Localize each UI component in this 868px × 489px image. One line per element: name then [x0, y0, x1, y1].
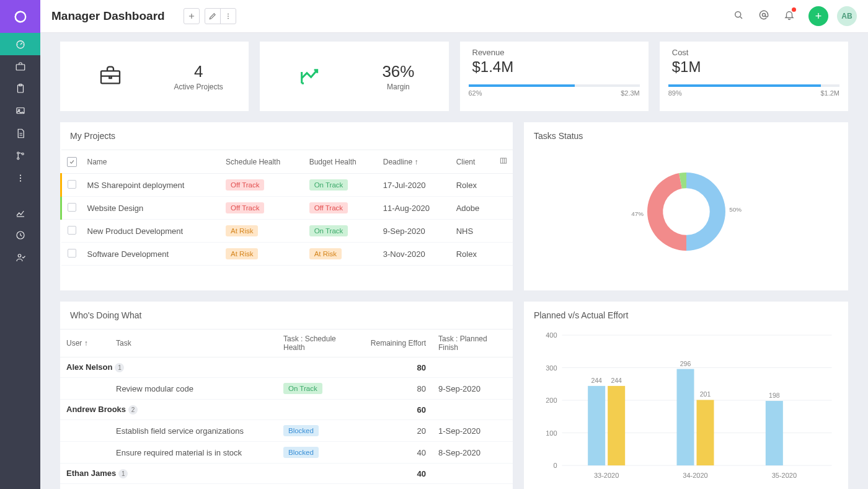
- mention-icon[interactable]: [758, 9, 770, 24]
- sidebar-item-more[interactable]: [0, 167, 40, 189]
- trend-up-icon: [298, 63, 322, 90]
- sidebar: [0, 0, 40, 489]
- wdw-table: User ↑ Task Task : Schedule Health Remai…: [60, 329, 513, 489]
- effort-bar-chart: 010020030040024424433-202029620134-20201…: [533, 329, 839, 484]
- cell-finish: 7-Sep-2020: [432, 484, 513, 490]
- col-client[interactable]: Client: [451, 150, 494, 174]
- check-all[interactable]: [67, 157, 77, 167]
- cell-rem: 80: [364, 378, 432, 400]
- cost-progress: [668, 84, 839, 87]
- app-logo[interactable]: [0, 0, 40, 33]
- cell-name: Website Design: [82, 197, 221, 220]
- columns-icon[interactable]: [499, 158, 508, 167]
- col-sched[interactable]: Task : Schedule Health: [277, 330, 364, 357]
- more-options-button[interactable]: [220, 8, 236, 24]
- svg-rect-39: [677, 369, 694, 465]
- cost-pct: 89%: [668, 89, 682, 97]
- cell-deadline: 3-Nov-2020: [378, 243, 451, 266]
- task-row[interactable]: Review modular code On Track 80 9-Sep-20…: [60, 378, 513, 400]
- row-checkbox[interactable]: [68, 249, 76, 258]
- schedule-pill: Off Track: [226, 179, 264, 191]
- card-title: Tasks Status: [524, 122, 848, 150]
- sidebar-item-dashboard[interactable]: [0, 33, 40, 55]
- row-checkbox[interactable]: [68, 180, 76, 189]
- table-row[interactable]: Website Design Off Track Off Track 11-Au…: [61, 197, 513, 220]
- group-row[interactable]: Alex Nelson180: [60, 357, 513, 378]
- col-schedule[interactable]: Schedule Health: [221, 150, 304, 174]
- svg-rect-36: [608, 386, 625, 465]
- kpi-label: Active Projects: [174, 83, 223, 91]
- sidebar-item-clipboard[interactable]: [0, 78, 40, 100]
- svg-point-14: [18, 254, 21, 258]
- kpi-value: 4: [194, 62, 203, 81]
- cell-name: Software Development: [82, 243, 221, 266]
- svg-rect-41: [697, 400, 714, 465]
- col-task[interactable]: Task: [110, 330, 277, 357]
- health-pill: Blocked: [283, 447, 319, 458]
- kpi-title: Cost: [672, 48, 689, 57]
- svg-text:296: 296: [680, 360, 691, 367]
- topbar: Manager Dashboard: [40, 0, 868, 33]
- add-button[interactable]: [184, 8, 200, 24]
- svg-point-16: [228, 16, 229, 17]
- avatar[interactable]: AB: [837, 6, 857, 26]
- col-user[interactable]: User ↑: [60, 330, 110, 357]
- kpi-margin: 36% Margin: [260, 42, 448, 111]
- svg-rect-20: [101, 71, 120, 83]
- task-row[interactable]: Establish field service organizations Bl…: [60, 420, 513, 442]
- col-rem[interactable]: Remaining Effort: [364, 330, 432, 357]
- row-checkbox[interactable]: [68, 203, 76, 212]
- kpi-value: $1.4M: [472, 58, 514, 76]
- table-row[interactable]: Software Development At Risk At Risk 3-N…: [61, 243, 513, 266]
- search-icon[interactable]: [733, 9, 744, 23]
- task-row[interactable]: Ensure required material is in stock Blo…: [60, 442, 513, 464]
- cell-finish: 1-Sep-2020: [432, 420, 513, 442]
- page-title: Manager Dashboard: [51, 9, 165, 23]
- bell-icon[interactable]: [784, 9, 795, 23]
- create-button[interactable]: +: [808, 6, 828, 26]
- col-deadline[interactable]: Deadline ↑: [378, 150, 451, 174]
- sidebar-item-analytics[interactable]: [0, 202, 40, 224]
- sidebar-item-branch[interactable]: [0, 145, 40, 167]
- sidebar-item-briefcase[interactable]: [0, 55, 40, 78]
- group-row[interactable]: Andrew Brooks260: [60, 400, 513, 420]
- sort-asc-icon: ↑: [414, 158, 418, 166]
- whos-doing-what-card: Who's Doing What User ↑ Task Task : Sche…: [60, 302, 513, 489]
- count-badge: 1: [118, 469, 128, 478]
- svg-point-8: [17, 158, 19, 159]
- sidebar-item-user-check[interactable]: [0, 246, 40, 269]
- row-checkbox[interactable]: [68, 226, 76, 235]
- revenue-pct: 62%: [469, 89, 482, 97]
- svg-text:244: 244: [611, 377, 622, 384]
- task-row[interactable]: Develop unit test plans using product sp…: [60, 484, 513, 490]
- revenue-progress: [469, 84, 640, 87]
- sidebar-item-time[interactable]: [0, 224, 40, 246]
- schedule-pill: Off Track: [226, 202, 264, 213]
- svg-rect-34: [588, 386, 605, 465]
- col-name[interactable]: Name: [82, 150, 221, 174]
- cell-deadline: 9-Sep-2020: [378, 220, 451, 243]
- cell-task: Review modular code: [110, 378, 277, 400]
- group-row[interactable]: Ethan James140: [60, 464, 513, 484]
- health-pill: On Track: [283, 383, 322, 394]
- svg-text:201: 201: [700, 390, 711, 398]
- sidebar-item-image[interactable]: [0, 100, 40, 122]
- cell-rem: 40: [364, 442, 432, 464]
- svg-text:50%: 50%: [729, 206, 742, 213]
- svg-text:198: 198: [769, 392, 780, 399]
- col-finish[interactable]: Task : Planned Finish: [432, 330, 513, 357]
- kpi-cost: Cost $1M 89% $1.2M: [660, 42, 848, 111]
- table-row[interactable]: MS Sharepoint deployment Off Track On Tr…: [61, 174, 513, 197]
- cell-rem: 20: [364, 420, 432, 442]
- kpi-revenue: Revenue $1.4M 62% $2.3M: [460, 42, 649, 111]
- col-budget[interactable]: Budget Health: [304, 150, 378, 174]
- sort-asc-icon: ↑: [84, 339, 88, 348]
- sidebar-item-document[interactable]: [0, 122, 40, 145]
- svg-point-17: [228, 18, 229, 19]
- svg-rect-21: [500, 158, 506, 163]
- cost-target: $1.2M: [820, 89, 839, 97]
- kpi-title: Revenue: [472, 48, 505, 57]
- edit-button[interactable]: [205, 8, 221, 24]
- revenue-target: $2.3M: [621, 89, 640, 97]
- table-row[interactable]: New Product Development At Risk On Track…: [61, 220, 513, 243]
